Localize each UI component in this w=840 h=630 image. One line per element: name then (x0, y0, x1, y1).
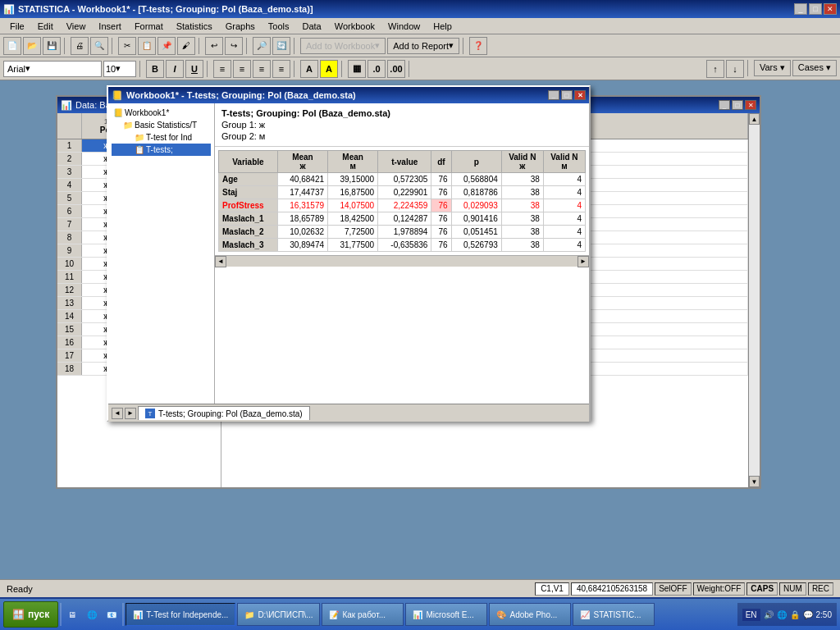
tab-next[interactable]: ► (125, 408, 136, 419)
data-window-minimize[interactable]: _ (719, 100, 730, 110)
taskbar-ttest[interactable]: 📊 T-Test for Independe... (126, 603, 235, 626)
analysis-minimize[interactable]: _ (548, 90, 559, 100)
find-button[interactable]: 🔎 (253, 37, 271, 55)
justify-button[interactable]: ≡ (272, 60, 290, 78)
menu-workbook[interactable]: Workbook (328, 20, 381, 33)
font-size-selector[interactable]: 10 ▾ (103, 61, 136, 77)
sort-desc-button[interactable]: ↓ (726, 60, 744, 78)
quicklaunch-icon1[interactable]: 🖥 (63, 605, 81, 623)
new-button[interactable]: 📄 (3, 37, 21, 55)
menu-window[interactable]: Window (381, 20, 427, 33)
vscroll-down[interactable]: ▼ (749, 476, 760, 487)
menu-help[interactable]: Help (427, 20, 459, 33)
align-right-button[interactable]: ≡ (253, 60, 271, 78)
add-to-report-arrow: ▾ (449, 40, 454, 51)
status-rec: REC (808, 582, 833, 596)
taskbar-doc[interactable]: 📝 Как работ... (322, 603, 404, 626)
menu-statistics[interactable]: Statistics (170, 20, 219, 33)
menu-data[interactable]: Data (296, 20, 328, 33)
vars-button[interactable]: Vars ▾ (754, 60, 791, 76)
taskbar-ttest-icon: 📊 (133, 610, 143, 619)
minimize-button[interactable]: _ (794, 3, 807, 15)
align-left-button[interactable]: ≡ (213, 60, 231, 78)
data-vscroll[interactable]: ▲ ▼ (748, 113, 760, 487)
status-ready: Ready (7, 584, 33, 594)
menu-tools[interactable]: Tools (262, 20, 296, 33)
menu-insert[interactable]: Insert (92, 20, 128, 33)
tree-basic-stats[interactable]: 📁 Basic Statistics/T (112, 119, 211, 131)
menu-graphs[interactable]: Graphs (219, 20, 262, 33)
vscroll-up[interactable]: ▲ (749, 113, 760, 125)
tree-ttest-ind[interactable]: 📁 T-test for Ind (112, 131, 211, 144)
format-painter-button[interactable]: 🖌 (177, 37, 195, 55)
taskbar-explorer[interactable]: 📁 D:\ИСПИСП\... (237, 603, 320, 626)
menu-file[interactable]: File (3, 20, 31, 33)
col-p: p (451, 151, 501, 173)
taskbar-statistica[interactable]: 📈 STATISTIC... (573, 603, 655, 626)
data-window-maximize[interactable]: □ (732, 100, 743, 110)
bold-button[interactable]: B (146, 60, 164, 78)
menu-format[interactable]: Format (128, 20, 170, 33)
font-arrow: ▾ (25, 63, 30, 74)
undo-button[interactable]: ↩ (205, 37, 223, 55)
menu-view[interactable]: View (60, 20, 93, 33)
tab-ttests[interactable]: T T-tests; Grouping: Pol (Baza_demo.sta) (138, 406, 310, 420)
save-button[interactable]: 💾 (43, 37, 61, 55)
tray-icon4: 💬 (803, 610, 813, 619)
border-button[interactable]: ▦ (348, 60, 366, 78)
decimal-inc-button[interactable]: .0 (368, 60, 386, 78)
analysis-maximize[interactable]: □ (561, 90, 573, 100)
print-button[interactable]: 🖨 (71, 37, 89, 55)
add-to-report-button[interactable]: Add to Report ▾ (387, 38, 459, 54)
start-button[interactable]: 🪟 пуск (3, 601, 58, 628)
valn-zh-staj: 38 (501, 186, 543, 199)
group2-label: Group 2: м (221, 131, 582, 141)
tab-prev[interactable]: ◄ (112, 408, 123, 419)
toolbar-sep5 (294, 38, 297, 54)
analysis-close[interactable]: ✕ (574, 90, 586, 100)
title-bar-left: 📊 STATISTICA - Workbook1* - [T-tests; Gr… (3, 4, 313, 15)
redo-button[interactable]: ↪ (225, 37, 243, 55)
table-row: Age 40,68421 39,15000 0,572305 76 0,5688… (219, 173, 586, 186)
copy-button[interactable]: 📋 (138, 37, 156, 55)
add-to-workbook-arrow: ▾ (375, 40, 380, 51)
quicklaunch-icon2[interactable]: 🌐 (83, 605, 101, 623)
clock: 2:50 (816, 610, 832, 619)
results-hscroll[interactable]: ◄ ► (215, 255, 589, 267)
main-area: 📊 Data: Baza_demo.sta (14v by 78c) _ □ ✕… (0, 80, 840, 499)
cases-button[interactable]: Cases ▾ (792, 60, 837, 76)
taskbar-statistica-icon: 📈 (580, 610, 590, 619)
open-button[interactable]: 📂 (23, 37, 41, 55)
quicklaunch-icon3[interactable]: 📧 (103, 605, 121, 623)
format-sep5 (409, 61, 412, 77)
sort-asc-button[interactable]: ↑ (706, 60, 724, 78)
font-selector[interactable]: Arial ▾ (3, 61, 102, 77)
data-window-close[interactable]: ✕ (745, 100, 756, 110)
decimal-dec-button[interactable]: .00 (387, 60, 405, 78)
close-button[interactable]: ✕ (824, 3, 837, 15)
hscroll-right[interactable]: ► (578, 256, 589, 267)
add-to-workbook-button[interactable]: Add to Workbook ▾ (300, 38, 386, 54)
taskbar-excel[interactable]: 📊 Microsoft E... (405, 603, 487, 626)
paste-button[interactable]: 📌 (158, 37, 176, 55)
maximize-button[interactable]: □ (809, 3, 822, 15)
tree-ttests[interactable]: 📋 T-tests; (112, 144, 211, 156)
find-replace-button[interactable]: 🔄 (272, 37, 290, 55)
toolbar-sep2 (112, 38, 115, 54)
results-table-container: Variable Meanж Meanм t-value df p Valid … (215, 147, 589, 255)
print-preview-button[interactable]: 🔍 (90, 37, 108, 55)
align-center-button[interactable]: ≡ (233, 60, 251, 78)
italic-button[interactable]: I (166, 60, 184, 78)
tree-basic-stats-label: Basic Statistics/T (135, 121, 197, 130)
underline-button[interactable]: U (185, 60, 203, 78)
menu-edit[interactable]: Edit (31, 20, 60, 33)
highlight-button[interactable]: A (320, 60, 338, 78)
cut-button[interactable]: ✂ (118, 37, 136, 55)
mean-zh-staj: 17,44737 (277, 186, 327, 199)
add-to-workbook-label: Add to Workbook (306, 41, 375, 51)
font-color-button[interactable]: A (300, 60, 318, 78)
tree-workbook[interactable]: 📒 Workbook1* (112, 107, 211, 119)
taskbar-photoshop[interactable]: 🎨 Adobe Pho... (489, 603, 571, 626)
hscroll-left[interactable]: ◄ (215, 256, 226, 267)
help-button[interactable]: ❓ (469, 37, 487, 55)
